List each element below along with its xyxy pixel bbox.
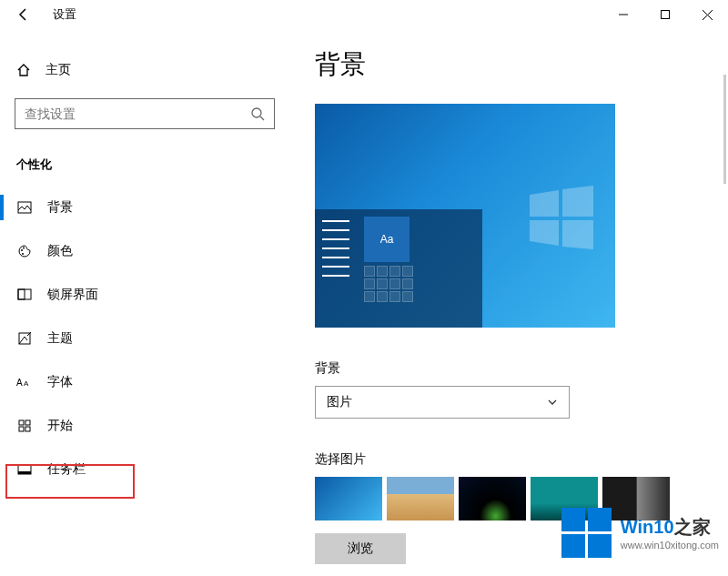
sidebar-item-start[interactable]: 开始 <box>0 404 289 448</box>
sidebar: 主页 个性化 背景 颜色 锁屏界面 <box>0 29 289 576</box>
svg-point-7 <box>21 249 23 251</box>
lockscreen-icon <box>16 288 33 302</box>
choose-picture-label: 选择图片 <box>315 451 728 468</box>
sidebar-item-lockscreen[interactable]: 锁屏界面 <box>0 273 289 317</box>
sidebar-item-label: 字体 <box>47 374 73 390</box>
svg-rect-17 <box>19 427 24 431</box>
sidebar-item-label: 锁屏界面 <box>47 287 98 303</box>
sidebar-item-taskbar[interactable]: 任务栏 <box>0 448 289 491</box>
svg-rect-18 <box>25 427 30 431</box>
scrollbar[interactable] <box>723 75 726 184</box>
image-icon <box>16 200 33 215</box>
thumbnail[interactable] <box>459 477 526 520</box>
svg-rect-16 <box>25 420 30 425</box>
watermark: Win10之家 www.win10xitong.com <box>561 508 719 558</box>
sidebar-item-label: 主题 <box>47 330 73 347</box>
svg-marker-24 <box>562 220 593 249</box>
sidebar-item-label: 颜色 <box>47 243 73 259</box>
svg-point-4 <box>252 108 261 117</box>
theme-icon <box>16 331 33 346</box>
thumbnail[interactable] <box>387 477 454 520</box>
sidebar-item-fonts[interactable]: AA 字体 <box>0 360 289 404</box>
section-title: 个性化 <box>16 157 289 173</box>
sidebar-item-background[interactable]: 背景 <box>0 186 289 229</box>
search-icon <box>250 106 265 121</box>
svg-marker-23 <box>530 220 559 246</box>
maximize-button[interactable] <box>644 0 686 29</box>
home-link[interactable]: 主页 <box>0 55 289 86</box>
thumbnail[interactable] <box>315 477 382 520</box>
search-box[interactable] <box>15 98 275 129</box>
main-content: 背景 Aa 背景 图片 选择图片 <box>289 29 728 576</box>
page-title: 背景 <box>315 47 728 82</box>
watermark-url: www.win10xitong.com <box>621 540 719 551</box>
svg-marker-22 <box>562 186 593 217</box>
svg-point-8 <box>23 248 25 249</box>
svg-marker-21 <box>530 190 559 217</box>
windows-logo-icon <box>530 186 593 249</box>
watermark-brand: Win10之家 <box>621 515 719 540</box>
minimize-button[interactable] <box>602 0 644 29</box>
sidebar-item-label: 背景 <box>47 199 73 216</box>
preview-sample-text: Aa <box>364 217 410 262</box>
sidebar-item-label: 任务栏 <box>47 461 86 478</box>
background-preview: Aa <box>315 104 615 328</box>
browse-button[interactable]: 浏览 <box>315 533 406 564</box>
home-icon <box>16 63 31 77</box>
chevron-down-icon <box>547 397 558 408</box>
sidebar-item-colors[interactable]: 颜色 <box>0 229 289 273</box>
svg-text:A: A <box>24 379 29 388</box>
dropdown-value: 图片 <box>327 394 352 410</box>
svg-point-9 <box>22 253 24 255</box>
start-icon <box>16 419 33 433</box>
close-button[interactable] <box>686 0 728 29</box>
font-icon: AA <box>16 376 33 389</box>
svg-text:A: A <box>16 378 23 388</box>
svg-rect-15 <box>19 420 24 425</box>
palette-icon <box>16 244 33 258</box>
svg-rect-1 <box>662 11 670 19</box>
preview-start-menu: Aa <box>315 209 482 328</box>
titlebar: 设置 <box>0 0 728 29</box>
background-dropdown[interactable]: 图片 <box>315 386 570 419</box>
background-label: 背景 <box>315 360 728 377</box>
search-input[interactable] <box>25 106 250 121</box>
svg-line-5 <box>260 116 264 120</box>
home-label: 主页 <box>46 62 71 78</box>
sidebar-item-label: 开始 <box>47 418 73 434</box>
taskbar-icon <box>16 462 33 477</box>
window-title: 设置 <box>53 6 76 23</box>
svg-rect-20 <box>18 471 31 474</box>
sidebar-item-themes[interactable]: 主题 <box>0 317 289 360</box>
svg-rect-11 <box>18 289 25 299</box>
watermark-logo-icon <box>561 508 612 558</box>
back-button[interactable] <box>9 0 38 29</box>
